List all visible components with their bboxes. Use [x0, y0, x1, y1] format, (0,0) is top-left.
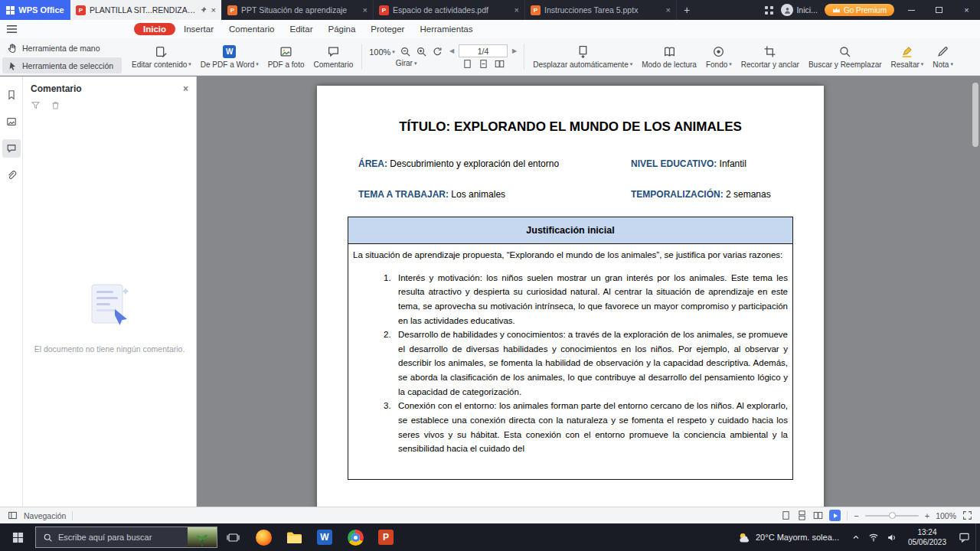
crop-button[interactable]: Recortar y anclar	[737, 43, 804, 71]
next-page-icon[interactable]: ▶	[512, 47, 517, 54]
toolbar: Editar contenido▾ W De PDF a Word▾ PDF a…	[0, 38, 980, 76]
hand-tool-button[interactable]: Herramienta de mano	[2, 40, 122, 56]
tab-close-icon[interactable]: ×	[363, 5, 368, 15]
volume-icon[interactable]	[887, 533, 897, 543]
comment-panel: Comentario × El documento no tiene ningú…	[23, 77, 197, 507]
go-premium-button[interactable]: Go Premium	[825, 4, 894, 16]
show-desktop-button[interactable]	[975, 523, 980, 551]
attachments-panel-button[interactable]	[2, 166, 21, 184]
list-item-number: 2.	[384, 328, 398, 399]
previous-page-icon[interactable]: ◀	[449, 47, 454, 54]
menu-item-pagina[interactable]: Página	[322, 22, 363, 36]
comments-panel-button[interactable]	[2, 139, 21, 158]
chevron-up-icon[interactable]	[851, 533, 861, 542]
fit-width-icon[interactable]	[479, 59, 488, 69]
file-explorer-taskbar-icon[interactable]	[279, 523, 309, 551]
tab-close-icon[interactable]: ×	[666, 5, 671, 15]
two-page-view-icon[interactable]	[495, 59, 505, 69]
edit-content-button[interactable]: Editar contenido▾	[127, 43, 196, 71]
navigation-panel-icon[interactable]	[8, 510, 18, 520]
tab-instrucciones[interactable]: P Instrucciones Tarea 5.pptx ×	[525, 0, 677, 20]
taskbar-search-input[interactable]: Escribe aquí para buscar	[35, 527, 217, 548]
comment-tool-button[interactable]: Comentario	[309, 43, 358, 71]
zoom-level-dropdown[interactable]: 100%▾	[369, 47, 395, 57]
minimize-button[interactable]	[901, 0, 922, 20]
read-mode-button[interactable]: Modo de lectura	[637, 43, 701, 71]
apps-grid-icon[interactable]	[764, 5, 774, 15]
document-viewport[interactable]: TÍTULO: EXPLORANDO EL MUNDO DE LOS ANIMA…	[198, 77, 980, 507]
start-button[interactable]	[0, 523, 35, 551]
select-tool-button[interactable]: Herramienta de selección	[2, 57, 122, 73]
zoom-in-icon[interactable]	[416, 46, 427, 57]
rotate-icon[interactable]	[432, 46, 443, 57]
ppt-file-icon: P	[531, 5, 541, 15]
highlight-button[interactable]: Resaltar▾	[887, 43, 929, 71]
account-button[interactable]: Inici...	[781, 4, 817, 16]
statusbar-divider	[847, 511, 848, 520]
new-tab-button[interactable]: +	[677, 0, 697, 20]
auto-scroll-icon	[577, 45, 590, 58]
menu-item-insertar[interactable]: Insertar	[177, 22, 220, 36]
tab-plantilla[interactable]: P PLANTILLA SIT...RENDIZAJE ×	[70, 0, 222, 20]
task-view-icon	[227, 532, 240, 543]
taskbar-clock[interactable]: 13:24 05/06/2023	[902, 523, 952, 551]
zoom-group: 100%▾ Girar▾	[366, 46, 446, 67]
pdf-to-word-button[interactable]: W De PDF a Word▾	[196, 43, 263, 71]
tab-ppt-situacion[interactable]: P PPT Situación de aprendizaje ×	[222, 0, 374, 20]
list-item-text: Conexión con el entorno: los animales fo…	[398, 399, 788, 456]
continuous-view-icon[interactable]	[797, 510, 807, 520]
menu-item-editar[interactable]: Editar	[283, 22, 319, 36]
action-center-button[interactable]	[952, 523, 975, 551]
note-label: Nota	[933, 60, 949, 69]
maximize-button[interactable]	[929, 0, 949, 20]
tab-espacio-actividades[interactable]: P Espacio de actividades.pdf ×	[374, 0, 525, 20]
wifi-icon[interactable]	[868, 533, 879, 542]
fullscreen-icon[interactable]	[962, 510, 972, 520]
background-button[interactable]: Fondo▾	[701, 43, 737, 71]
menu-item-comentario[interactable]: Comentario	[222, 22, 281, 36]
menu-item-proteger[interactable]: Proteger	[364, 22, 411, 36]
zoom-slider-thumb[interactable]	[889, 512, 896, 519]
navigation-label[interactable]: Navegación	[24, 511, 66, 520]
pin-icon[interactable]	[200, 6, 207, 14]
book-view-icon[interactable]	[813, 510, 823, 520]
chrome-taskbar-icon[interactable]	[340, 523, 371, 551]
zoom-percentage[interactable]: 100%	[936, 511, 956, 520]
tab-close-icon[interactable]: ×	[211, 5, 216, 15]
note-button[interactable]: Nota▾	[928, 43, 958, 71]
vertical-scrollbar[interactable]	[972, 83, 978, 147]
fit-page-icon[interactable]	[462, 59, 472, 69]
bookmarks-panel-button[interactable]	[2, 86, 21, 104]
menu-item-herramientas[interactable]: Herramientas	[413, 22, 479, 36]
slideshow-play-button[interactable]	[829, 510, 841, 521]
chevron-down-icon: ▾	[729, 61, 732, 67]
filter-icon[interactable]	[31, 100, 41, 110]
pdf-to-photo-button[interactable]: PDF a foto	[263, 43, 309, 71]
tab-close-icon[interactable]: ×	[514, 5, 519, 15]
close-button[interactable]: ×	[956, 0, 977, 20]
auto-scroll-button[interactable]: Desplazar automáticamente▾	[528, 43, 637, 71]
thumbnails-panel-button[interactable]	[2, 112, 21, 131]
topic-label: TEMA A TRABAJAR:	[358, 189, 449, 200]
zoom-slider[interactable]	[865, 515, 919, 517]
task-view-button[interactable]	[217, 523, 248, 551]
zoom-out-icon[interactable]	[400, 46, 411, 57]
page-number-input[interactable]: 1/4	[459, 44, 508, 57]
hamburger-menu-icon[interactable]	[6, 24, 18, 34]
panel-close-icon[interactable]: ×	[183, 83, 188, 94]
powerpoint-taskbar-icon[interactable]: P	[371, 523, 401, 551]
firefox-taskbar-icon[interactable]	[248, 523, 279, 551]
pdf-page[interactable]: TÍTULO: EXPLORANDO EL MUNDO DE LOS ANIMA…	[317, 86, 824, 507]
search-highlight-image[interactable]	[188, 527, 217, 547]
zoom-out-button[interactable]: −	[854, 511, 858, 520]
find-replace-button[interactable]: Buscar y Reemplazar	[804, 43, 887, 71]
zoom-in-button[interactable]: +	[925, 511, 929, 520]
wps-office-menu-button[interactable]: WPS Office	[0, 0, 70, 20]
trash-icon[interactable]	[51, 100, 60, 110]
word-taskbar-icon[interactable]: W	[309, 523, 340, 551]
weather-widget[interactable]: 20°C Mayorm. solea...	[730, 523, 847, 551]
crown-icon	[832, 7, 841, 14]
menu-item-inicio[interactable]: Inicio	[134, 23, 175, 35]
single-page-view-icon[interactable]	[781, 510, 791, 520]
level-label: NIVEL EDUCATIVO:	[631, 158, 717, 169]
